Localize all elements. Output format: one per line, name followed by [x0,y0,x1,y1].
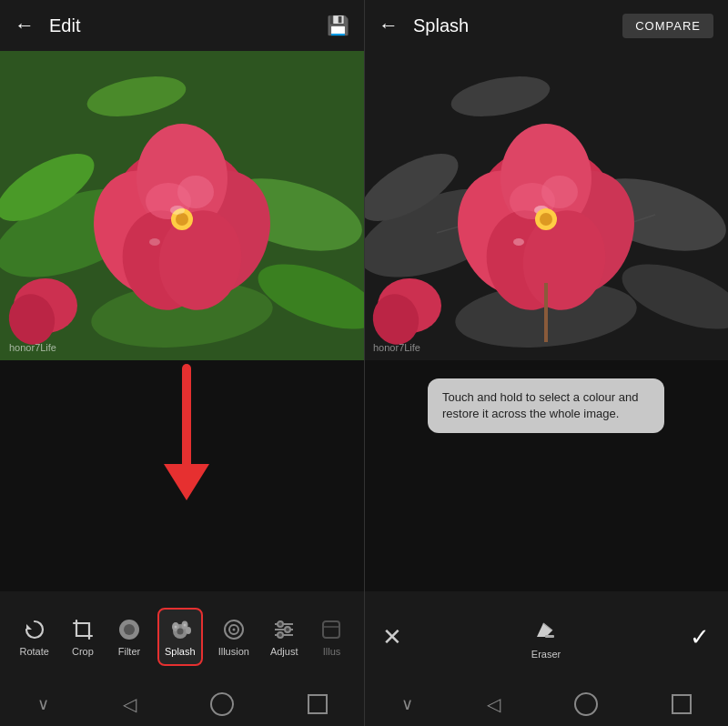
svg-point-25 [124,624,135,635]
svg-point-31 [174,626,177,629]
home-icon-right[interactable] [574,692,598,716]
left-header: ← Edit 💾 [0,0,364,51]
tool-illus2[interactable]: Illus [313,610,349,664]
nav-bar-left: ∨ ◁ [0,682,364,726]
chevron-down-icon-right[interactable]: ∨ [401,694,413,714]
svg-point-40 [285,627,290,632]
left-panel: ← Edit 💾 [0,0,364,726]
tool-crop[interactable]: Crop [65,610,101,664]
svg-rect-68 [545,635,554,638]
back-button-right[interactable]: ← [379,14,399,37]
arrow-annotation [0,359,364,505]
adjust-label: Adjust [270,646,298,657]
tool-filter[interactable]: Filter [111,610,147,664]
tooltip-bubble: Touch and hold to select a colour and re… [428,378,664,433]
tool-adjust[interactable]: Adjust [265,610,304,664]
crop-label: Crop [72,646,94,657]
page-title-right: Splash [413,15,469,36]
svg-point-35 [232,629,235,631]
right-panel: ← Splash COMPARE [364,0,728,726]
filter-icon [116,617,142,642]
image-area-right: honor7Life [364,51,728,360]
splash-icon [167,617,193,642]
nav-bar-right: ∨ ◁ [364,682,728,726]
confirm-action[interactable]: ✓ [690,623,710,651]
eraser-action[interactable]: Eraser [531,614,561,660]
svg-point-60 [541,176,578,208]
bottom-area-left [0,360,364,591]
svg-point-29 [186,627,191,634]
panel-divider [364,0,365,726]
svg-point-41 [278,632,283,638]
watermark-left: honor7Life [9,342,56,353]
close-icon: ✕ [382,623,402,651]
tool-illusion[interactable]: Illusion [213,610,255,664]
back-nav-icon-left[interactable]: ◁ [123,693,136,715]
filter-label: Filter [118,646,140,657]
crop-icon [70,617,96,642]
rotate-icon [22,617,47,642]
home-icon-left[interactable] [210,692,234,716]
compare-button[interactable]: COMPARE [622,14,713,38]
square-icon-right[interactable] [672,694,692,714]
eraser-icon [532,614,560,645]
close-action[interactable]: ✕ [382,623,402,651]
page-title-left: Edit [49,15,80,36]
image-area-left: honor7Life [0,51,364,360]
svg-point-19 [170,206,185,215]
square-icon-left[interactable] [308,694,328,714]
right-header: ← Splash COMPARE [364,0,728,51]
flower-image-left [0,51,364,360]
splash-label: Splash [165,646,196,657]
illus2-label: Illus [323,646,341,657]
svg-marker-23 [26,624,32,630]
tooltip-text: Touch and hold to select a colour and re… [442,390,638,420]
svg-rect-42 [323,621,339,638]
watermark-right: honor7Life [373,342,420,353]
flower-svg-right [364,51,728,360]
save-icon[interactable]: 💾 [327,15,349,36]
svg-point-20 [149,238,160,246]
eraser-label: Eraser [531,649,561,660]
illusion-label: Illusion [218,646,249,657]
toolbar-right: ✕ Eraser ✓ [364,591,728,682]
svg-point-62 [513,238,524,246]
illus2-icon [318,617,344,642]
bottom-area-right: Touch and hold to select a colour and re… [364,360,728,591]
rotate-label: Rotate [20,646,49,657]
back-button-left[interactable]: ← [15,14,35,37]
svg-point-30 [177,629,183,635]
illusion-icon [221,617,247,642]
svg-point-32 [183,624,186,627]
flower-svg-left [0,51,364,360]
adjust-icon [271,617,297,642]
back-nav-icon-right[interactable]: ◁ [487,693,500,715]
svg-marker-22 [164,464,209,500]
check-icon: ✓ [690,623,710,651]
svg-point-18 [176,213,188,226]
chevron-down-icon-left[interactable]: ∨ [37,694,49,714]
toolbar-left: Rotate Crop Filter [0,591,364,682]
tool-splash[interactable]: Splash [157,608,203,666]
svg-point-14 [177,176,214,208]
tool-rotate[interactable]: Rotate [15,610,55,664]
svg-point-66 [540,213,552,226]
svg-point-39 [278,621,283,627]
